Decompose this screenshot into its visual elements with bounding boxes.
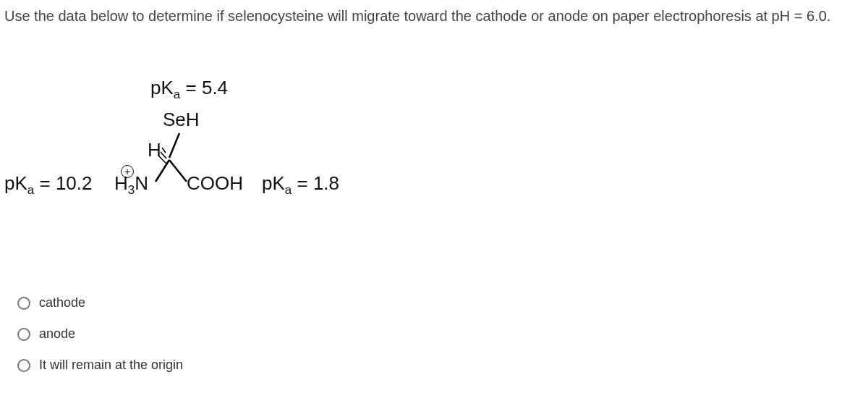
option-label-origin: It will remain at the origin: [39, 358, 183, 373]
option-origin: It will remain at the origin: [17, 358, 183, 373]
option-cathode: cathode: [17, 295, 183, 310]
carboxyl-group: COOH: [187, 172, 243, 195]
seh-group: SeH: [163, 109, 200, 131]
svg-line-4: [156, 160, 169, 182]
option-anode: anode: [17, 326, 183, 342]
amine-group: H3N: [114, 172, 148, 198]
option-label-anode: anode: [39, 326, 75, 342]
radio-origin[interactable]: [17, 359, 30, 372]
svg-line-3: [162, 148, 166, 153]
svg-line-2: [161, 152, 166, 159]
molecule-diagram: pKa = 5.4 SeH H + pKa = 10.2 H3N COOH pK…: [0, 77, 868, 236]
hydrogen-label: H: [148, 139, 161, 161]
svg-line-0: [169, 133, 179, 158]
pka-carboxyl-label: pKa = 1.8: [262, 172, 339, 198]
question-text: Use the data below to determine if selen…: [0, 0, 868, 26]
pka-seh-label: pKa = 5.4: [150, 77, 228, 102]
option-label-cathode: cathode: [39, 295, 85, 310]
svg-line-5: [169, 160, 187, 182]
pka-amine-label: pKa = 10.2: [4, 172, 93, 198]
radio-anode[interactable]: [17, 328, 30, 341]
radio-cathode[interactable]: [17, 297, 30, 310]
answer-options: cathode anode It will remain at the orig…: [17, 295, 183, 389]
